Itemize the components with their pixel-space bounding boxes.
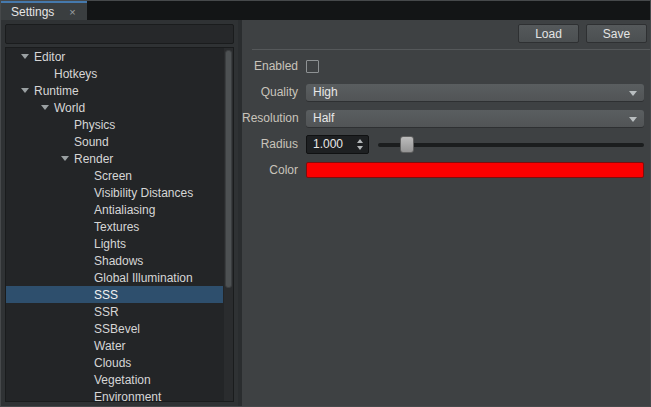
- settings-detail-pane: Load Save EnabledQualityHighResolutionHa…: [242, 20, 650, 406]
- slider-track: [378, 143, 644, 147]
- scrollbar-thumb[interactable]: [225, 50, 232, 288]
- expander-icon[interactable]: [16, 88, 34, 93]
- expander-icon[interactable]: [36, 105, 54, 110]
- tab-settings[interactable]: Settings ×: [1, 1, 87, 20]
- tree-item-world[interactable]: World: [6, 99, 223, 116]
- color-swatch[interactable]: [306, 162, 644, 178]
- save-button[interactable]: Save: [586, 24, 647, 43]
- tree-item-label: Global Illumination: [94, 271, 193, 285]
- search-input[interactable]: [5, 24, 234, 44]
- settings-tree: EditorHotkeysRuntimeWorldPhysicsSoundRen…: [6, 48, 233, 402]
- tree-item-label: Vegetation: [94, 373, 151, 387]
- field-control-quality: High: [306, 84, 644, 101]
- chevron-down-icon: [629, 91, 637, 96]
- field-label-radius: Radius: [242, 137, 298, 151]
- tree-item-label: Runtime: [34, 84, 79, 98]
- tree-item-hotkeys[interactable]: Hotkeys: [6, 65, 223, 82]
- field-label-quality: Quality: [242, 85, 298, 99]
- tree-item-screen[interactable]: Screen: [6, 167, 223, 184]
- field-label-enabled: Enabled: [242, 59, 298, 73]
- tab-label: Settings: [11, 5, 54, 19]
- tree-item-environment[interactable]: Environment: [6, 388, 223, 402]
- quality-dropdown[interactable]: High: [306, 84, 644, 101]
- tree-item-editor[interactable]: Editor: [6, 48, 223, 65]
- expander-icon[interactable]: [16, 54, 34, 59]
- tab-bar: Settings ×: [1, 1, 650, 20]
- dropdown-value: Half: [313, 111, 334, 125]
- tree-item-sss[interactable]: SSS: [6, 286, 223, 303]
- tree-item-label: SSS: [94, 288, 118, 302]
- settings-form: EnabledQualityHighResolutionHalfRadius1.…: [242, 50, 650, 183]
- window-body: EditorHotkeysRuntimeWorldPhysicsSoundRen…: [1, 20, 650, 406]
- tree-item-visibility-distances[interactable]: Visibility Distances: [6, 184, 223, 201]
- tree-item-label: Render: [74, 152, 113, 166]
- form-row-quality: QualityHigh: [242, 79, 650, 105]
- tree-item-label: Water: [94, 339, 126, 353]
- tree-item-label: SSR: [94, 305, 119, 319]
- tree-item-label: World: [54, 101, 85, 115]
- close-icon[interactable]: ×: [66, 6, 78, 18]
- load-button[interactable]: Load: [518, 24, 579, 43]
- form-row-enabled: Enabled: [242, 53, 650, 79]
- tree-item-label: SSBevel: [94, 322, 140, 336]
- tree-item-antialiasing[interactable]: Antialiasing: [6, 201, 223, 218]
- dropdown-value: High: [313, 85, 338, 99]
- tree-item-render[interactable]: Render: [6, 150, 223, 167]
- resolution-dropdown[interactable]: Half: [306, 110, 644, 127]
- tree-item-ssr[interactable]: SSR: [6, 303, 223, 320]
- tree-item-sound[interactable]: Sound: [6, 133, 223, 150]
- toolbar: Load Save: [242, 20, 650, 43]
- tree-scrollbar[interactable]: [224, 48, 233, 401]
- tree-item-label: Lights: [94, 237, 126, 251]
- radius-spinbox[interactable]: 1.000: [306, 135, 369, 154]
- field-control-color: [306, 162, 644, 178]
- form-row-color: Color: [242, 157, 650, 183]
- tree-item-label: Physics: [74, 118, 115, 132]
- settings-sidebar: EditorHotkeysRuntimeWorldPhysicsSoundRen…: [1, 20, 242, 406]
- expander-icon[interactable]: [56, 156, 74, 161]
- slider-handle[interactable]: [400, 136, 414, 153]
- tree-item-runtime[interactable]: Runtime: [6, 82, 223, 99]
- field-label-color: Color: [242, 163, 298, 177]
- tree-item-ssbevel[interactable]: SSBevel: [6, 320, 223, 337]
- tree-item-clouds[interactable]: Clouds: [6, 354, 223, 371]
- tree-item-label: Hotkeys: [54, 67, 97, 81]
- spin-down-icon[interactable]: [357, 146, 363, 150]
- form-row-radius: Radius1.000: [242, 131, 650, 157]
- tree-item-vegetation[interactable]: Vegetation: [6, 371, 223, 388]
- spinner-arrows: [353, 139, 368, 150]
- tree-item-label: Sound: [74, 135, 109, 149]
- tree-item-label: Textures: [94, 220, 139, 234]
- tree-item-label: Visibility Distances: [94, 186, 193, 200]
- tree-item-water[interactable]: Water: [6, 337, 223, 354]
- settings-window: Settings × EditorHotkeysRuntimeWorldPhys…: [0, 0, 651, 407]
- tree-item-label: Clouds: [94, 356, 131, 370]
- spin-up-icon[interactable]: [357, 139, 363, 143]
- tree-container: EditorHotkeysRuntimeWorldPhysicsSoundRen…: [5, 47, 234, 402]
- spinbox-value: 1.000: [307, 137, 353, 151]
- enabled-checkbox[interactable]: [306, 60, 319, 73]
- radius-slider[interactable]: [378, 135, 644, 154]
- tree-item-label: Screen: [94, 169, 132, 183]
- field-control-resolution: Half: [306, 110, 644, 127]
- tree-item-label: Environment: [94, 390, 161, 403]
- tree-item-lights[interactable]: Lights: [6, 235, 223, 252]
- tree-item-label: Editor: [34, 50, 65, 64]
- form-row-resolution: ResolutionHalf: [242, 105, 650, 131]
- tree-item-label: Antialiasing: [94, 203, 155, 217]
- field-control-enabled: [306, 60, 644, 73]
- tree-item-textures[interactable]: Textures: [6, 218, 223, 235]
- tree-item-shadows[interactable]: Shadows: [6, 252, 223, 269]
- field-control-radius: 1.000: [306, 135, 644, 154]
- tree-item-label: Shadows: [94, 254, 143, 268]
- chevron-down-icon: [629, 117, 637, 122]
- tree-item-global-illumination[interactable]: Global Illumination: [6, 269, 223, 286]
- field-label-resolution: Resolution: [242, 111, 298, 125]
- tree-item-physics[interactable]: Physics: [6, 116, 223, 133]
